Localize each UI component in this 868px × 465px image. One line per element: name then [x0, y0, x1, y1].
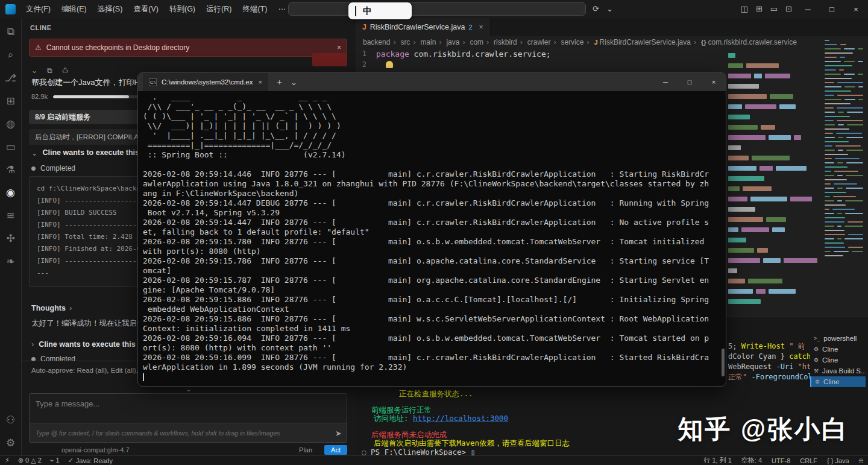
cline-icon[interactable]: ◉: [0, 181, 22, 204]
cmd-maximize-button[interactable]: □: [678, 73, 702, 91]
cmd-terminal-content[interactable]: . ____ _ __ _ _ /\\ / ___'_ __ _ _(_)_ _…: [138, 91, 726, 386]
cmd-log-line: ort(s): 8080 (http) with context path '': [143, 343, 721, 353]
terminal-fragment-line: 5; Write-Host " 前: [728, 341, 810, 352]
cmd-title-bar: C:\ C:\windows\system32\cmd.ex × ＋ ⌄ ─ □…: [138, 73, 726, 91]
menu-item[interactable]: 转到(G): [164, 0, 201, 18]
testing-icon[interactable]: ⚗: [0, 158, 22, 181]
cmd-log-line: wlerApplication in 1.899 seconds (JVM ru…: [143, 362, 721, 372]
chat-input[interactable]: Type a message... Type @ for context, / …: [29, 393, 347, 443]
refresh-icon[interactable]: ⟳: [593, 0, 599, 18]
terminal-tab-cline-3[interactable]: ⚙Cline: [810, 376, 866, 387]
maximize-button[interactable]: □: [820, 0, 844, 18]
terminal-tab-java-build[interactable]: ⚒Java Build S...: [810, 365, 866, 376]
menu-item[interactable]: 查看(V): [128, 0, 164, 18]
lightbulb-icon[interactable]: [386, 61, 393, 68]
indentation[interactable]: 空格: 4: [741, 456, 762, 465]
terminal-tab-cline-1[interactable]: ⚙Cline: [810, 344, 866, 355]
menu-item[interactable]: 选择(S): [92, 0, 128, 18]
thoughts-row[interactable]: Thoughts ›: [31, 304, 72, 312]
menu-item[interactable]: 运行(R): [201, 0, 237, 18]
ports-indicator[interactable]: ⌁ 1: [50, 457, 60, 464]
plan-toggle[interactable]: Plan: [294, 445, 317, 455]
breadcrumb-item[interactable]: com: [459, 38, 483, 46]
editor-tab-bar: J RiskBirdCrawlerService.java 2 ×: [356, 18, 868, 36]
problems-indicator[interactable]: ⊗ 0 △ 2: [18, 457, 42, 464]
breadcrumb-item[interactable]: java: [436, 38, 459, 46]
code-line: 2: [356, 59, 726, 70]
minimize-button[interactable]: ─: [796, 0, 820, 18]
chat-icon[interactable]: ◍: [0, 112, 22, 135]
remote-indicator[interactable]: ⚡: [5, 457, 10, 464]
delete-task-icon[interactable]: ♺: [62, 66, 69, 75]
minimap[interactable]: [821, 37, 867, 316]
terminal-fragment-line: 正常" -ForegroundCol: [728, 372, 810, 382]
act-toggle[interactable]: Act: [324, 445, 347, 455]
close-button[interactable]: ×: [844, 0, 868, 18]
close-tab-icon[interactable]: ×: [479, 23, 483, 31]
cmd-tab-close-icon[interactable]: ×: [259, 78, 262, 86]
status-bar: ⚡⊗ 0 △ 2⌁ 1✓Java: Ready 行 1, 列 1空格: 4UTF…: [0, 455, 868, 465]
remote-explorer-icon[interactable]: ▭: [0, 135, 22, 158]
cmd-window[interactable]: C:\ C:\windows\system32\cmd.ex × ＋ ⌄ ─ □…: [137, 72, 726, 387]
breadcrumb-item[interactable]: riskbird: [483, 38, 517, 46]
banner-line: \\/ ___)| |_)| | | | | || (_| | ) ) ) ): [143, 121, 721, 131]
breadcrumb-item[interactable]: JRiskBirdCrawlerService.java: [583, 38, 691, 46]
breadcrumb-item[interactable]: crawler: [517, 38, 551, 46]
tab-riskbirdcrawlerservice[interactable]: J RiskBirdCrawlerService.java 2 ×: [356, 18, 491, 36]
command-center[interactable]: [288, 2, 586, 16]
chat-input-placeholder: Type a message...: [30, 394, 347, 414]
model-selector[interactable]: openai-compat:glm-4.7: [61, 446, 130, 454]
menu-item[interactable]: 编辑(E): [56, 0, 92, 18]
docker-icon[interactable]: ≋: [0, 204, 22, 227]
account-icon[interactable]: ⚇: [0, 408, 22, 431]
chevron-right-icon: ›: [69, 304, 72, 312]
cmd-log-line: 2026-02-08 20:59:14.447 DEBUG 28776 --- …: [143, 198, 721, 208]
explorer-icon[interactable]: ⧉: [0, 21, 22, 43]
ime-mode-chinese[interactable]: 中: [363, 5, 372, 17]
banner-close-icon[interactable]: ×: [337, 43, 341, 52]
send-icon[interactable]: ➤: [335, 429, 342, 438]
ant-icon[interactable]: ✣: [0, 227, 22, 250]
cmd-tab[interactable]: C:\ C:\windows\system32\cmd.ex ×: [143, 73, 268, 91]
cursor-position[interactable]: 行 1, 列 1: [703, 456, 731, 465]
task-collapse-icon[interactable]: ⌄: [31, 66, 37, 75]
menu-item[interactable]: 文件(F): [20, 0, 56, 18]
layout-toggle-icon[interactable]: ⊡: [785, 0, 792, 18]
notifications-bell-icon[interactable]: ⍾: [859, 456, 863, 465]
chevron-right-icon: ›: [31, 340, 34, 349]
context-progress-fill: [53, 95, 129, 98]
search-icon[interactable]: ⌕: [0, 43, 22, 66]
breadcrumb-item[interactable]: service: [550, 38, 583, 46]
breadcrumb-item[interactable]: main: [410, 38, 436, 46]
layout-toggle-icon[interactable]: ▭: [770, 0, 778, 18]
layout-toggle-icon[interactable]: ◫: [741, 0, 748, 18]
copy-icon[interactable]: ⧉: [47, 66, 52, 75]
menu-item[interactable]: 终端(T): [237, 0, 272, 18]
cmd-scrollbar-thumb[interactable]: [722, 349, 725, 376]
terminal-tab-powershell[interactable]: >_powershell: [810, 333, 866, 344]
cmd-minimize-button[interactable]: ─: [653, 73, 678, 91]
cmd-log-line: 2026-02-08 20:59:16.094 INFO 28776 --- […: [143, 334, 721, 343]
layout-toggle-icon[interactable]: ⊞: [756, 0, 763, 18]
task-error-badge[interactable]: [312, 53, 347, 66]
cmd-dropdown-icon[interactable]: ⌄: [291, 78, 297, 87]
cmd-new-tab-icon[interactable]: ＋: [275, 77, 283, 87]
cmd-log-line: 2026-02-08 20:59:15.786 INFO 28776 --- […: [143, 256, 721, 266]
java-status[interactable]: ✓Java: Ready: [68, 457, 113, 464]
breadcrumb-item[interactable]: backend: [363, 38, 390, 46]
source-control-icon[interactable]: ⎇: [0, 66, 22, 89]
cmd-close-button[interactable]: ×: [702, 73, 726, 91]
breadcrumb-item[interactable]: {}com.riskbird.crawler.service: [691, 38, 797, 46]
encoding[interactable]: UTF-8: [772, 456, 790, 465]
settings-gear-icon[interactable]: ⚙: [0, 431, 22, 454]
breadcrumb-item[interactable]: src: [390, 38, 410, 46]
banner-line: /\\ / ___'_ __ _ _(_)_ __ __ _ \ \ \ \: [143, 102, 721, 112]
language-mode[interactable]: { } Java: [827, 456, 849, 465]
terminal-tab-cline-2[interactable]: ⚙Cline: [810, 355, 866, 365]
extensions-icon[interactable]: ⊞: [0, 89, 22, 112]
eol-sequence[interactable]: CRLF: [800, 456, 817, 465]
leaf-icon[interactable]: ❧: [0, 250, 22, 273]
titlebar: 文件(F)编辑(E)选择(S)查看(V)转到(G)运行(R)终端(T)⋯ ← →…: [0, 0, 868, 18]
code-area[interactable]: 1package com.riskbird.crawler.service;2: [356, 48, 726, 72]
chevron-down-icon[interactable]: ⌄: [606, 0, 613, 18]
